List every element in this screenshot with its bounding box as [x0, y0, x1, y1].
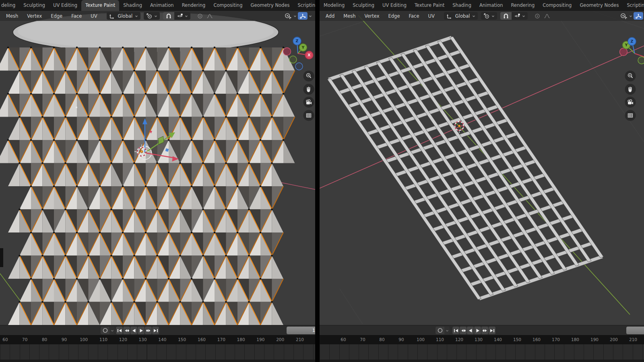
timeline-tracks-right[interactable]	[320, 344, 644, 360]
menu-edge[interactable]: Edge	[384, 13, 405, 19]
ruler-tick-label: 70	[22, 337, 27, 342]
workspace-tab-texture-paint[interactable]: Texture Paint	[411, 0, 448, 11]
next-keyframe-button[interactable]	[145, 327, 152, 334]
jump-to-start-button[interactable]	[452, 327, 459, 334]
menu-vertex[interactable]: Vertex	[360, 13, 384, 19]
current-frame-field[interactable]: 1	[287, 327, 315, 334]
grid-orthographic-button[interactable]	[625, 110, 636, 121]
editor-menus: MeshVertexEdgeFaceUV	[2, 13, 102, 19]
snap-magnet-toggle[interactable]	[500, 12, 512, 20]
workspace-tab-compositing[interactable]: Compositing	[539, 0, 576, 11]
menu-face[interactable]: Face	[67, 13, 86, 19]
proportional-falloff-dropdown[interactable]	[541, 12, 553, 20]
workspace-tab-rendering[interactable]: Rendering	[178, 0, 210, 11]
pan-hand-button[interactable]	[303, 84, 314, 95]
jump-to-end-button[interactable]	[152, 327, 159, 334]
workspace-tab-modeling[interactable]: Modeling	[320, 0, 349, 11]
snap-target-dropdown[interactable]	[512, 12, 528, 20]
transform-orientation-dropdown[interactable]: Global	[444, 12, 478, 20]
3d-viewport-right[interactable]: Y Z	[320, 0, 644, 325]
next-keyframe-button[interactable]	[481, 327, 488, 334]
chevron-down-icon[interactable]	[293, 14, 297, 18]
proportional-falloff-dropdown[interactable]	[204, 12, 215, 20]
viewport-header-left: MeshVertexEdgeFaceUV Global	[0, 11, 315, 21]
play-forward-button[interactable]	[138, 327, 144, 334]
pivot-point-dropdown[interactable]	[144, 12, 160, 20]
chevron-down-icon	[111, 329, 114, 332]
zoom-button[interactable]	[625, 71, 636, 82]
menu-mesh[interactable]: Mesh	[339, 13, 360, 19]
workspace-tab-deling[interactable]: deling	[0, 0, 19, 11]
timeline-scrollbar-left[interactable]	[0, 360, 315, 362]
auto-keyframe-button[interactable]	[436, 327, 450, 334]
pan-hand-button[interactable]	[625, 84, 636, 95]
mesh-spiky-cylinder[interactable]	[0, 47, 295, 325]
current-frame-field[interactable]: 1	[626, 327, 644, 334]
timeline-ruler-left[interactable]: 6070809010011012013014015016017018019020…	[0, 335, 315, 344]
play-reverse-button[interactable]	[130, 327, 137, 334]
workspace-tab-sculpting[interactable]: Sculpting	[19, 0, 49, 11]
play-reverse-button[interactable]	[467, 327, 474, 334]
transform-orientation-icon	[446, 13, 453, 19]
workspace-tab-uv-editing[interactable]: UV Editing	[378, 0, 411, 11]
menu-face[interactable]: Face	[404, 13, 423, 19]
workspace-tab-shading[interactable]: Shading	[119, 0, 146, 11]
ruler-tick-label: 190	[590, 337, 599, 342]
ruler-tick-label: 200	[610, 337, 618, 342]
ruler-tick-label: 130	[475, 337, 483, 342]
workspace-tab-scripting[interactable]: Scripting	[623, 0, 644, 11]
play-reverse-icon	[467, 327, 474, 334]
camera-view-button[interactable]	[303, 97, 314, 108]
workspace-tab-sculpting[interactable]: Sculpting	[349, 0, 378, 11]
ruler-tick-label: 60	[341, 337, 346, 342]
timeline-header-right: 1	[320, 325, 644, 335]
transform-orientation-dropdown[interactable]: Global	[107, 12, 141, 20]
menu-vertex[interactable]: Vertex	[23, 13, 46, 19]
menu-uv[interactable]: UV	[423, 13, 439, 19]
blender-window-right: Y Z ModelingSculptingUV EditingTexture P…	[320, 0, 644, 362]
grid-orthographic-button[interactable]	[303, 110, 314, 121]
timeline-tracks-left[interactable]	[0, 344, 315, 360]
workspace-tab-compositing[interactable]: Compositing	[209, 0, 246, 11]
play-forward-button[interactable]	[474, 327, 481, 334]
menu-uv[interactable]: UV	[86, 13, 101, 19]
gizmos-toggle[interactable]	[298, 12, 308, 20]
menu-add[interactable]: Add	[321, 13, 339, 19]
workspace-tab-scripting[interactable]: Scripting	[293, 0, 315, 11]
timeline-scrollbar-right[interactable]	[320, 360, 644, 362]
auto-keyframe-button[interactable]	[101, 327, 115, 334]
workspace-tab-shading[interactable]: Shading	[448, 0, 475, 11]
pivot-point-dropdown[interactable]	[481, 12, 497, 20]
timeline-ruler-right[interactable]: 6070809010011012013014015016017018019020…	[320, 335, 644, 344]
svg-text:Z: Z	[296, 39, 299, 43]
editor-menus: AddMeshVertexEdgeFaceUV	[321, 13, 439, 19]
workspace-tab-geometry-nodes[interactable]: Geometry Nodes	[576, 0, 623, 11]
previous-keyframe-button[interactable]	[460, 327, 466, 334]
jump-to-end-button[interactable]	[489, 327, 495, 334]
camera-view-button[interactable]	[625, 97, 636, 108]
jump-to-start-button[interactable]	[116, 327, 123, 334]
previous-keyframe-button[interactable]	[123, 327, 130, 334]
menu-edge[interactable]: Edge	[46, 13, 67, 19]
ruler-tick-label: 70	[360, 337, 365, 342]
object-visibility-icon[interactable]	[620, 12, 628, 19]
snap-target-dropdown[interactable]	[174, 12, 190, 20]
menu-mesh[interactable]: Mesh	[2, 13, 23, 19]
workspace-tab-animation[interactable]: Animation	[475, 0, 507, 11]
zoom-button[interactable]	[303, 71, 314, 82]
transform-orientation-icon	[109, 13, 116, 19]
object-visibility-icon[interactable]	[284, 12, 292, 19]
pan-hand-icon	[307, 87, 310, 92]
workspace-tab-rendering[interactable]: Rendering	[507, 0, 539, 11]
chevron-down-icon[interactable]	[309, 14, 312, 18]
ruler-tick-label: 160	[533, 337, 541, 342]
workspace-tab-animation[interactable]: Animation	[146, 0, 178, 11]
gizmos-toggle[interactable]	[634, 12, 643, 20]
chevron-down-icon[interactable]	[629, 14, 632, 18]
3d-viewport-left[interactable]: Z Y X	[0, 0, 315, 325]
workspace-tab-geometry-nodes[interactable]: Geometry Nodes	[246, 0, 293, 11]
snap-magnet-toggle[interactable]	[163, 12, 174, 20]
orientation-value: Global	[454, 13, 471, 19]
workspace-tab-uv-editing[interactable]: UV Editing	[49, 0, 81, 11]
workspace-tab-texture-paint[interactable]: Texture Paint	[81, 0, 119, 11]
